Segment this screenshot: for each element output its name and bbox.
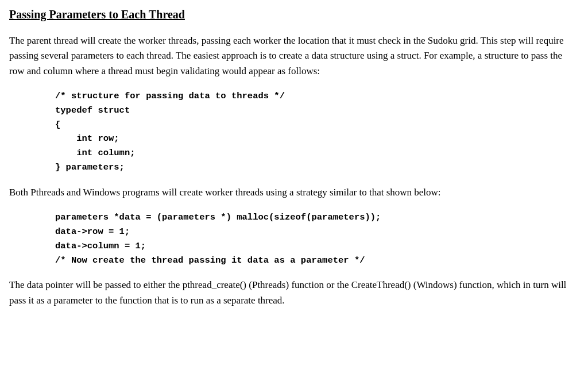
- code-block-2: parameters *data = (parameters *) malloc…: [55, 210, 579, 267]
- paragraph-2: Both Pthreads and Windows programs will …: [9, 185, 579, 200]
- paragraph-3: The data pointer will be passed to eithe…: [9, 278, 579, 308]
- code-block-1: /* structure for passing data to threads…: [55, 89, 579, 175]
- page-title: Passing Parameters to Each Thread: [9, 6, 579, 23]
- paragraph-1: The parent thread will create the worker…: [9, 33, 579, 79]
